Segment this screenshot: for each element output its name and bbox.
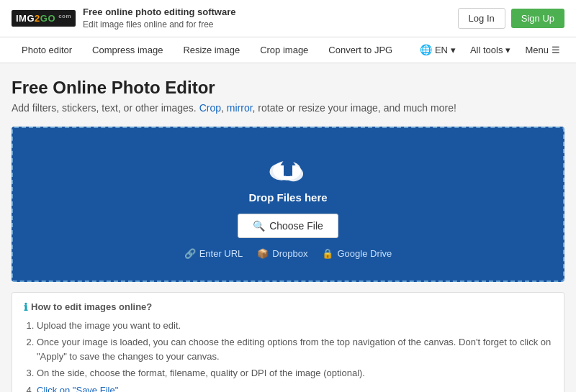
choose-file-label: Choose File [269,220,323,232]
header: IMG2GO com Free online photo editing sof… [0,0,576,37]
header-actions: Log In Sign Up [458,8,564,29]
logo-img: IMG [16,13,35,24]
page-title: Free Online Photo Editor [12,78,564,98]
signup-button[interactable]: Sign Up [511,9,564,28]
mirror-link[interactable]: mirror [227,102,253,114]
nav-links: Photo editor Compress image Resize image… [12,37,402,63]
drop-text: Drop Files here [248,191,327,204]
menu-button[interactable]: Menu ☰ [521,39,564,61]
upload-area[interactable]: Drop Files here 🔍 Choose File 🔗 Enter UR… [12,127,564,282]
upload-cloud-icon [266,150,310,186]
tagline-sub: Edit image files online and for free [83,19,213,29]
all-tools-button[interactable]: All tools ▾ [466,39,516,61]
page-content: Free Online Photo Editor Add filters, st… [0,63,576,392]
nav-convert[interactable]: Convert to JPG [318,37,402,63]
dropbox-option[interactable]: 📦 Dropbox [257,248,307,259]
enter-url-label: Enter URL [199,248,243,259]
login-button[interactable]: Log In [458,8,505,29]
logo-tagline: Free online photo editing software Edit … [83,6,235,31]
menu-icon: ☰ [552,45,560,55]
logo-2: 2 [35,13,40,24]
svg-marker-5 [281,155,296,165]
info-step-3: On the side, choose the format, filename… [37,366,552,380]
nav-resize[interactable]: Resize image [173,37,250,63]
enter-url-option[interactable]: 🔗 Enter URL [184,248,243,259]
google-drive-label: Google Drive [337,248,392,259]
svg-rect-4 [284,165,292,176]
nav-right: 🌐 EN ▾ All tools ▾ Menu ☰ [415,38,564,61]
crop-link[interactable]: Crop [199,102,221,114]
all-tools-chevron: ▾ [505,45,510,55]
info-header: ℹ How to edit images online? [24,301,552,313]
nav-bar: Photo editor Compress image Resize image… [0,37,576,63]
upload-options: 🔗 Enter URL 📦 Dropbox 🔒 Google Drive [184,248,392,259]
tagline-strong: Free online photo editing software [83,6,235,17]
dropbox-icon: 📦 [257,248,269,259]
dropbox-label: Dropbox [272,248,307,259]
info-box: ℹ How to edit images online? Upload the … [12,292,564,392]
globe-icon: 🌐 [420,44,432,55]
language-selector[interactable]: 🌐 EN ▾ [415,38,460,61]
nav-compress[interactable]: Compress image [82,37,173,63]
google-drive-icon: 🔒 [322,248,333,259]
menu-label: Menu [525,45,549,55]
page-subtitle: Add filters, stickers, text, or other im… [12,102,564,114]
info-steps: Upload the image you want to edit. Once … [24,319,552,392]
info-header-text: How to edit images online? [31,301,152,312]
info-step-4: Click on "Save File". [37,383,552,392]
lang-label: EN [435,45,448,55]
all-tools-label: All tools [470,45,503,55]
info-step-1: Upload the image you want to edit. [37,319,552,333]
lang-chevron: ▾ [451,45,456,55]
nav-photo-editor[interactable]: Photo editor [12,37,82,63]
info-step-2: Once your image is loaded, you can choos… [37,335,552,363]
info-icon: ℹ [24,301,27,313]
search-icon: 🔍 [253,220,265,232]
logo-area: IMG2GO com Free online photo editing sof… [12,6,235,31]
logo-go: GO [40,13,55,24]
choose-file-button[interactable]: 🔍 Choose File [238,214,338,238]
save-file-link[interactable]: Click on "Save File". [37,385,121,392]
nav-crop[interactable]: Crop image [250,37,318,63]
google-drive-option[interactable]: 🔒 Google Drive [322,248,392,259]
url-icon: 🔗 [184,248,196,259]
logo: IMG2GO com [12,10,76,27]
